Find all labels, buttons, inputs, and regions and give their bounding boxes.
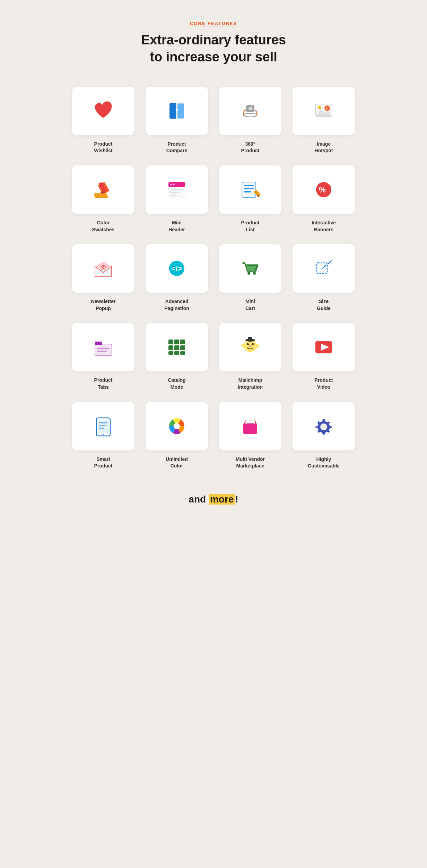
card-unlimited-color: UnlimitedColor bbox=[146, 402, 208, 470]
svg-rect-62 bbox=[168, 340, 173, 344]
icon-box-product-video bbox=[293, 323, 355, 371]
card-label-unlimited-color: UnlimitedColor bbox=[166, 456, 188, 470]
size-guide-icon bbox=[312, 257, 336, 280]
card-product-video: ProductVideo bbox=[293, 323, 355, 390]
svg-point-74 bbox=[247, 343, 249, 345]
svg-point-26 bbox=[101, 191, 105, 194]
svg-rect-7 bbox=[177, 104, 184, 118]
icon-box-product-wishlist bbox=[72, 87, 134, 135]
icon-box-interactive-banners: % bbox=[293, 165, 355, 214]
card-label-catalog-mode: CatalogMode bbox=[168, 377, 185, 390]
svg-text:@: @ bbox=[101, 265, 106, 270]
tabs-icon bbox=[92, 335, 115, 359]
card-label-mini-header: MiniHeader bbox=[168, 220, 185, 233]
compare-icon bbox=[165, 99, 189, 123]
svg-rect-61 bbox=[97, 351, 107, 352]
heart-icon bbox=[92, 99, 115, 123]
svg-rect-67 bbox=[180, 345, 185, 350]
card-multi-vendor-marketplace: Multi VendorMarketplace bbox=[219, 402, 281, 470]
svg-rect-66 bbox=[174, 345, 179, 350]
svg-rect-80 bbox=[248, 337, 252, 341]
svg-rect-87 bbox=[99, 425, 106, 426]
card-label-multi-vendor-marketplace: Multi VendorMarketplace bbox=[236, 456, 265, 470]
card-label-advanced-pagination: AdvancedPagination bbox=[164, 298, 189, 312]
svg-rect-37 bbox=[244, 188, 254, 189]
svg-text:%: % bbox=[319, 186, 326, 194]
svg-point-51 bbox=[247, 272, 250, 275]
icon-box-size-guide bbox=[293, 244, 355, 293]
svg-point-76 bbox=[248, 343, 249, 344]
card-product-wishlist: ProductWishlist bbox=[72, 87, 134, 154]
svg-rect-63 bbox=[174, 340, 179, 344]
svg-rect-65 bbox=[168, 345, 173, 350]
icon-box-product-compare bbox=[146, 87, 208, 135]
svg-point-72 bbox=[241, 344, 245, 348]
card-product-compare: ProductCompare bbox=[146, 87, 208, 154]
svg-point-95 bbox=[320, 423, 327, 430]
card-label-image-hotspot: ImageHotspot bbox=[315, 141, 333, 154]
svg-point-85 bbox=[103, 434, 104, 435]
icon-box-mini-cart bbox=[219, 244, 281, 293]
banners-icon: % bbox=[312, 178, 336, 201]
card-color-swatches: ColorSwatches bbox=[72, 165, 134, 233]
card-label-newsletter-popup: NewsletterPopup bbox=[91, 298, 116, 312]
card-label-size-guide: SizeGuide bbox=[317, 298, 331, 312]
product-list-icon bbox=[238, 178, 262, 201]
icon-box-color-swatches bbox=[72, 165, 134, 214]
catalog-icon bbox=[165, 335, 189, 359]
svg-rect-86 bbox=[99, 422, 107, 423]
svg-rect-35 bbox=[242, 182, 256, 197]
svg-rect-33 bbox=[171, 192, 180, 193]
card-label-product-compare: ProductCompare bbox=[166, 141, 188, 154]
svg-point-73 bbox=[255, 344, 259, 348]
svg-rect-53 bbox=[317, 263, 327, 273]
smart-icon bbox=[92, 414, 115, 438]
icon-box-multi-vendor-marketplace bbox=[219, 402, 281, 450]
mailchimp-icon bbox=[238, 335, 262, 359]
card-product-list: ProductList bbox=[219, 165, 281, 233]
pagination-icon: </> bbox=[165, 257, 189, 280]
svg-text:</>: </> bbox=[171, 264, 182, 273]
360-icon bbox=[238, 99, 262, 123]
svg-rect-93 bbox=[243, 423, 257, 434]
icon-box-unlimited-color bbox=[146, 402, 208, 450]
section-title: Extra-ordinary features to increase your… bbox=[141, 32, 286, 66]
card-label-interactive-banners: InteractiveBanners bbox=[312, 220, 336, 233]
svg-rect-60 bbox=[97, 348, 110, 349]
card-mini-header: MiniHeader bbox=[146, 165, 208, 233]
card-label-mini-cart: MiniCart bbox=[245, 298, 255, 312]
card-label-smart-product: SmartProduct bbox=[94, 456, 113, 470]
icon-box-highly-customisable bbox=[293, 402, 355, 450]
card-label-product-video: ProductVideo bbox=[315, 377, 333, 390]
svg-rect-14 bbox=[248, 105, 251, 106]
card-interactive-banners: % InteractiveBanners bbox=[293, 165, 355, 233]
svg-point-77 bbox=[253, 343, 253, 344]
card-image-hotspot: + ImageHotspot bbox=[293, 87, 355, 154]
icon-box-smart-product bbox=[72, 402, 134, 450]
card-smart-product: SmartProduct bbox=[72, 402, 134, 470]
icon-box-360-product bbox=[219, 87, 281, 135]
cart-icon bbox=[238, 257, 262, 280]
icon-box-image-hotspot: + bbox=[293, 87, 355, 135]
svg-rect-68 bbox=[168, 351, 173, 355]
video-icon bbox=[312, 335, 336, 359]
svg-point-19 bbox=[318, 106, 321, 109]
swatches-icon bbox=[92, 178, 115, 201]
icon-box-newsletter-popup: @ bbox=[72, 244, 134, 293]
card-catalog-mode: CatalogMode bbox=[146, 323, 208, 390]
svg-point-30 bbox=[171, 183, 172, 185]
svg-rect-59 bbox=[95, 342, 102, 345]
card-mini-cart: MiniCart bbox=[219, 244, 281, 312]
svg-point-31 bbox=[173, 183, 175, 185]
icon-box-mini-header bbox=[146, 165, 208, 214]
card-size-guide: SizeGuide bbox=[293, 244, 355, 312]
section-label: CORE FEATURES bbox=[190, 21, 237, 26]
svg-rect-38 bbox=[244, 191, 251, 192]
svg-point-52 bbox=[253, 272, 256, 275]
card-label-product-wishlist: ProductWishlist bbox=[94, 141, 113, 154]
svg-rect-6 bbox=[169, 104, 176, 118]
card-newsletter-popup: @ NewsletterPopup bbox=[72, 244, 134, 312]
svg-point-13 bbox=[249, 108, 251, 110]
card-product-tabs: ProductTabs bbox=[72, 323, 134, 390]
and-more-text: and more! bbox=[189, 494, 238, 505]
